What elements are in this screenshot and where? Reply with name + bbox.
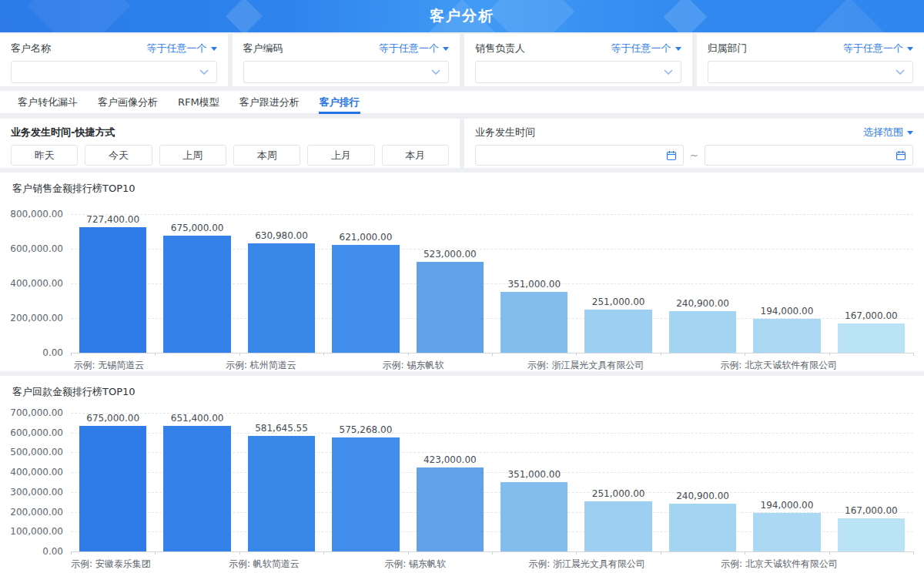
bar-value-label: 194,000.00 [761, 500, 814, 511]
quick-time-button[interactable]: 本月 [382, 145, 449, 166]
tab-客户排行[interactable]: 客户排行 [310, 91, 370, 113]
x-axis: 示例: 安徽泰乐集团示例: 帆软简道云示例: 锡东帆软示例: 浙江晨光文具有限公… [71, 551, 913, 571]
bar[interactable] [417, 262, 484, 353]
bar-slot: 423,000.00 [408, 413, 492, 551]
x-axis-category-label [147, 353, 223, 371]
bar-value-label: 194,000.00 [761, 306, 814, 317]
x-axis-tick [492, 353, 493, 356]
bar[interactable] [163, 236, 231, 353]
time-filter-row: 业务发生时间-快捷方式 昨天今天上周本周上月本月 业务发生时间 选择范围 ~ [0, 119, 924, 168]
header-decor-shape [487, 0, 574, 32]
bar-value-label: 651,400.00 [171, 413, 224, 424]
x-axis-tick [745, 551, 745, 555]
chart-plot-area: 0.00200,000.00400,000.00600,000.00800,00… [71, 214, 913, 353]
filter-operator-selector[interactable]: 等于任意一个 [147, 42, 217, 55]
filter-operator-selector[interactable]: 等于任意一个 [611, 42, 681, 55]
filter-value-select[interactable] [243, 61, 450, 83]
bar[interactable] [753, 319, 821, 353]
filter-value-select[interactable] [475, 61, 681, 83]
bar[interactable] [838, 518, 906, 551]
bar[interactable] [163, 426, 231, 551]
bar-value-label: 251,000.00 [592, 488, 645, 499]
calendar-icon[interactable] [666, 150, 677, 161]
x-axis-tick [408, 551, 409, 555]
bar[interactable] [332, 437, 400, 551]
bar[interactable] [500, 292, 568, 353]
y-axis-tick-label: 400,000.00 [2, 278, 63, 289]
bar[interactable] [332, 245, 400, 353]
filter-operator-selector[interactable]: 等于任意一个 [379, 42, 449, 55]
x-axis-category-label [453, 551, 528, 571]
x-axis-category-label [151, 551, 226, 571]
bar-value-label: 621,000.00 [340, 232, 393, 243]
bar-slot: 675,000.00 [155, 214, 239, 353]
chevron-down-icon [664, 69, 673, 75]
y-axis-tick-label: 600,000.00 [2, 427, 63, 438]
x-axis-tick [492, 551, 493, 555]
bar[interactable] [500, 482, 568, 551]
caret-down-icon [675, 47, 681, 51]
chart-title: 客户回款金额排行榜TOP10 [0, 384, 924, 399]
quick-time-button[interactable]: 本周 [233, 145, 300, 166]
filter-card: 归属部门等于任意一个 [697, 34, 924, 86]
y-axis-tick-label: 100,000.00 [2, 526, 63, 537]
x-axis-category-label [299, 353, 375, 371]
tab-bar: 客户转化漏斗客户画像分析RFM模型客户跟进分析客户排行 [0, 91, 924, 114]
bar-value-label: 351,000.00 [507, 279, 561, 290]
bar[interactable] [584, 310, 652, 353]
bar[interactable] [669, 311, 737, 353]
bar[interactable] [669, 504, 737, 551]
bar[interactable] [79, 227, 147, 353]
range-mode-label: 选择范围 [863, 126, 903, 139]
y-axis-tick-label: 400,000.00 [2, 467, 63, 478]
calendar-icon[interactable] [896, 150, 906, 161]
bar-value-label: 575,268.00 [340, 424, 393, 435]
bar-slot: 675,000.00 [71, 413, 155, 551]
tab-客户转化漏斗[interactable]: 客户转化漏斗 [8, 91, 88, 113]
x-axis-tick [155, 551, 156, 555]
bar[interactable] [838, 323, 906, 353]
x-axis-category-label [838, 551, 913, 571]
quick-time-button[interactable]: 昨天 [11, 145, 78, 166]
bar-slot: 194,000.00 [745, 214, 829, 353]
bar[interactable] [417, 467, 484, 551]
tab-客户画像分析[interactable]: 客户画像分析 [88, 91, 168, 113]
quick-time-button[interactable]: 上周 [159, 145, 226, 166]
y-axis-tick-label: 200,000.00 [2, 313, 63, 323]
end-date-input[interactable] [705, 145, 913, 166]
quick-time-button[interactable]: 上月 [307, 145, 374, 166]
x-axis-tick [829, 353, 830, 356]
filter-card: 客户编码等于任意一个 [233, 34, 460, 86]
tab-RFM模型[interactable]: RFM模型 [168, 91, 229, 113]
range-mode-selector[interactable]: 选择范围 [863, 126, 913, 139]
x-axis-tick [745, 353, 745, 356]
x-axis-tick [155, 353, 156, 356]
bar-slot: 251,000.00 [576, 413, 660, 551]
range-separator: ~ [690, 149, 698, 161]
y-axis-tick-label: 600,000.00 [2, 243, 63, 254]
bar-slot: 651,400.00 [155, 413, 239, 551]
filter-label: 客户编码 [243, 42, 283, 55]
x-axis-tick [239, 353, 240, 356]
bar[interactable] [79, 426, 147, 551]
bar-value-label: 167,000.00 [845, 310, 898, 321]
tab-客户跟进分析[interactable]: 客户跟进分析 [229, 91, 310, 113]
caret-down-icon [907, 131, 913, 135]
x-axis-tick [576, 551, 577, 555]
bar[interactable] [248, 243, 316, 353]
bar[interactable] [584, 501, 652, 551]
chart-plot-area: 0.00100,000.00200,000.00300,000.00400,00… [71, 413, 913, 551]
filter-value-select[interactable] [11, 61, 217, 83]
bar[interactable] [753, 513, 821, 551]
sales-ranking-chart-card: 客户销售金额排行榜TOP10 0.00200,000.00400,000.006… [0, 173, 924, 371]
filter-value-select[interactable] [708, 61, 914, 83]
start-date-input[interactable] [475, 145, 684, 166]
filter-operator-selector[interactable]: 等于任意一个 [843, 42, 913, 55]
quick-time-button[interactable]: 今天 [85, 145, 152, 166]
x-axis-category-label [451, 353, 527, 371]
x-axis-category-label: 示例: 无锡简道云 [71, 353, 147, 371]
y-axis-tick-label: 0.00 [2, 546, 63, 557]
bar[interactable] [248, 436, 316, 551]
y-axis-tick-label: 800,000.00 [2, 209, 63, 219]
bar-slot: 251,000.00 [576, 214, 660, 353]
